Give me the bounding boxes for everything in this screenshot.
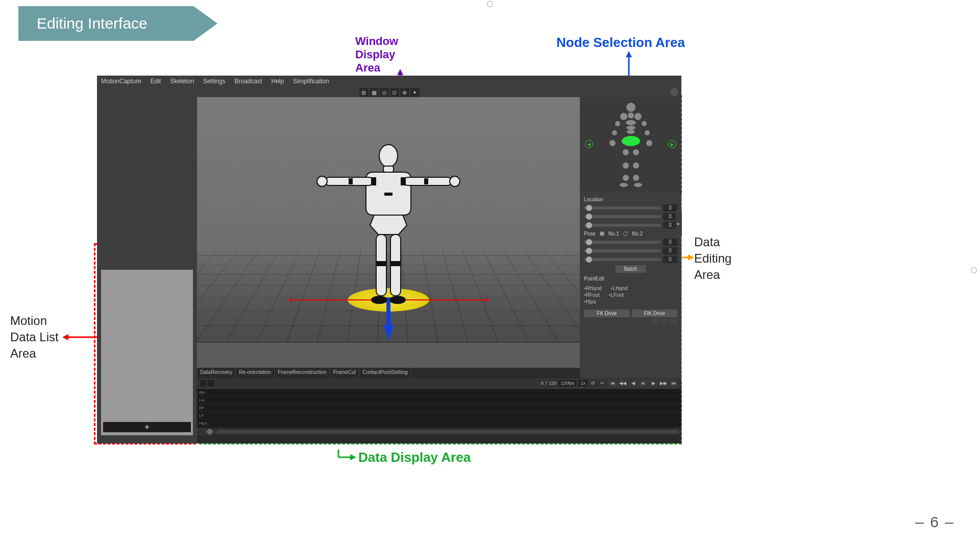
viewport-icon-grid[interactable]: ▦ [370, 88, 379, 97]
menu-edit[interactable]: Edit [151, 78, 161, 85]
callout-node-selection-area: Node Selection Area [556, 35, 685, 51]
pose-radio-2[interactable] [623, 231, 628, 236]
timeline-fps[interactable]: 120fps [558, 380, 576, 386]
history-icon[interactable] [670, 319, 677, 325]
track-hips[interactable]: Hips [197, 419, 681, 427]
location-z-slider[interactable]: 0 [584, 222, 677, 229]
menu-skeleton[interactable]: Skeleton [170, 78, 194, 85]
viewport-icon-target[interactable]: ⊙ [390, 88, 399, 97]
undo-redo-icons [584, 319, 677, 325]
timeline-cut-icon[interactable]: ✂ [599, 381, 606, 386]
point-lhand[interactable]: LHand [611, 286, 628, 291]
tl-box-b[interactable] [208, 380, 214, 386]
pose-z-slider[interactable]: 0 [584, 256, 677, 263]
tab-framecut[interactable]: FrameCut [330, 368, 359, 378]
callout-window-display-area: Window Display Area [355, 35, 398, 75]
point-lfoot[interactable]: LFoot [609, 292, 624, 298]
svg-point-48 [633, 175, 639, 181]
location-y-slider[interactable]: 0 [584, 213, 677, 220]
viewport-icon-add[interactable]: ⊕ [400, 88, 409, 97]
svg-rect-25 [376, 261, 386, 266]
point-rhand[interactable]: RHand [584, 286, 602, 291]
svg-point-40 [645, 130, 650, 135]
tab-reorientation[interactable]: Re-orientation [236, 368, 275, 378]
timeline-topbar: 0 / 120 120fps 1x ⟳ ✂ ⏮ ◀◀ ◀ ⏯ ▶ ▶▶ ⏭ [197, 378, 681, 388]
timeline-loop-icon[interactable]: ⟳ [590, 381, 597, 386]
timeline-tracks[interactable]: RH LH RF LF Hips [197, 388, 681, 428]
user-avatar-icon[interactable] [670, 88, 678, 96]
point-rfoot[interactable]: RFoot [584, 292, 600, 298]
location-header: Location [584, 197, 677, 202]
location-x-value: 0 [663, 204, 677, 212]
svg-point-34 [626, 120, 636, 125]
menu-settings[interactable]: Settings [203, 78, 225, 85]
motion-data-add-button[interactable]: + [103, 422, 191, 432]
node-selection-panel: ◄ ► [580, 97, 681, 192]
svg-rect-22 [424, 178, 428, 184]
app-window: MotionCapture Edit Skeleton Settings Bro… [97, 76, 681, 443]
tab-datarecovery[interactable]: DataRecovery [197, 368, 236, 378]
pose-radio-1[interactable] [600, 231, 604, 236]
tab-framereconstruction[interactable]: FrameReconstruction [275, 368, 330, 378]
right-panel-expand-handle[interactable]: ▸ [676, 210, 682, 236]
pose-x-slider[interactable]: 0 [584, 239, 677, 246]
node-prev-button[interactable]: ◄ [585, 140, 593, 148]
left-strip: + [97, 97, 197, 443]
batch-button[interactable]: Batch [616, 265, 646, 273]
svg-point-30 [626, 103, 635, 112]
svg-point-43 [623, 149, 629, 155]
svg-point-28 [389, 296, 406, 304]
svg-point-44 [633, 149, 639, 155]
svg-point-38 [642, 121, 647, 126]
transport-first[interactable]: ⏮ [608, 379, 617, 387]
svg-point-32 [620, 113, 627, 120]
slide-handle-top [487, 1, 493, 7]
point-hips[interactable]: Hips [584, 299, 596, 304]
location-z-value: 0 [663, 222, 677, 229]
svg-point-39 [612, 130, 617, 135]
timeline-scrubber[interactable] [197, 428, 681, 435]
callout-data-editing-l2: Editing [694, 251, 731, 266]
transport-next[interactable]: ▶ [649, 379, 658, 387]
svg-marker-3 [626, 51, 632, 57]
location-x-slider[interactable]: 0 [584, 204, 677, 212]
menu-help[interactable]: Help [272, 78, 284, 85]
menu-broadcast[interactable]: Broadcast [234, 78, 262, 85]
transport-last[interactable]: ⏭ [669, 379, 678, 387]
node-silhouette-icon[interactable] [605, 101, 656, 188]
transport-play[interactable]: ⏯ [639, 379, 648, 387]
transport-rew[interactable]: ◀◀ [618, 379, 627, 387]
svg-rect-19 [371, 177, 376, 185]
fik-drive-button[interactable]: FIK Drive [632, 310, 678, 317]
svg-point-47 [623, 175, 629, 181]
motion-data-list-body[interactable] [101, 270, 193, 435]
tl-box-a[interactable] [200, 380, 207, 386]
node-next-button[interactable]: ► [668, 140, 676, 148]
menu-motioncapture[interactable]: MotionCapture [101, 78, 141, 85]
track-rf[interactable]: RF [197, 404, 681, 412]
fk-drive-button[interactable]: FK Drive [584, 310, 630, 317]
callout-mdl-l2: Data List [10, 330, 59, 344]
viewport-icon-fx[interactable]: ✦ [410, 88, 420, 97]
track-rh[interactable]: RH [197, 389, 681, 396]
svg-rect-21 [349, 178, 353, 184]
svg-point-45 [623, 162, 629, 169]
svg-marker-7 [62, 334, 68, 340]
timeline-speed[interactable]: 1x [578, 380, 587, 386]
pose-y-slider[interactable]: 0 [584, 247, 677, 254]
track-lf[interactable]: LF [197, 412, 681, 419]
viewport-3d[interactable] [197, 97, 580, 368]
callout-data-display-area: Data Display Area [358, 450, 471, 465]
svg-point-18 [450, 176, 460, 186]
tab-contactpointsetting[interactable]: ContactPointSetting [359, 368, 411, 378]
pose-opt-2: No.2 [632, 231, 643, 237]
undo-icon[interactable] [652, 319, 659, 325]
redo-icon[interactable] [661, 319, 668, 325]
track-lh[interactable]: LH [197, 396, 681, 404]
viewport-icon-layout[interactable]: ⊞ [359, 88, 369, 97]
transport-prev[interactable]: ◀ [628, 379, 638, 387]
svg-rect-14 [383, 166, 394, 172]
transport-ffwd[interactable]: ▶▶ [659, 379, 668, 387]
viewport-icon-camera[interactable]: ◎ [380, 88, 389, 97]
menu-simplification[interactable]: Simplification [293, 78, 329, 85]
